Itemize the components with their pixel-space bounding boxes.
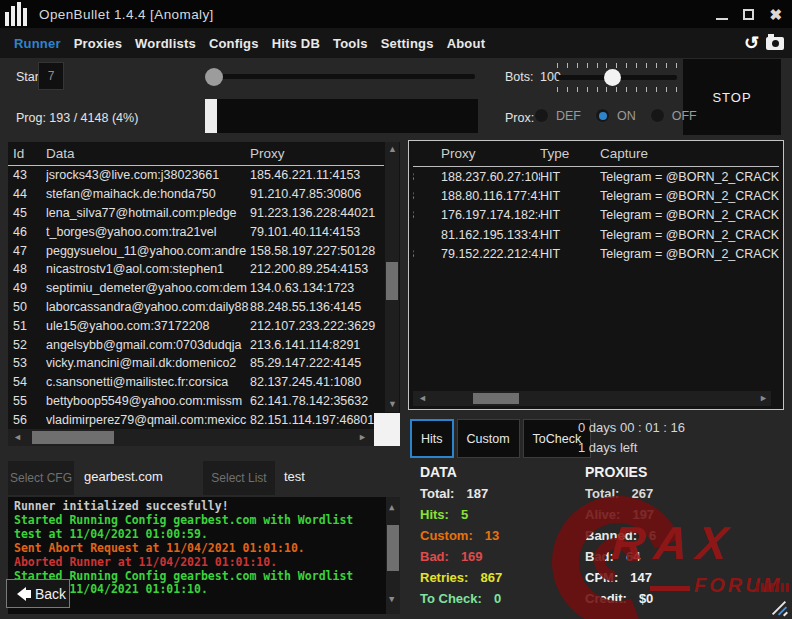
table-row[interactable]: 47 peggysuelou_11@yahoo.com:andre 158.58… [8, 241, 384, 260]
radio-icon [595, 108, 610, 123]
stat-value: 197 [632, 507, 654, 522]
table-row[interactable]: 50 laborcassandra@yahoo.com:daily88 88.2… [8, 298, 384, 317]
results-vscrollbar-thumb[interactable] [386, 262, 398, 300]
menu-item[interactable]: Wordlists [135, 36, 196, 51]
table-row[interactable]: 3 188.80.116.177:4153 HIT Telegram = @BO… [413, 186, 779, 205]
watermark-dashes [756, 583, 789, 592]
scrollbar-corner [374, 413, 400, 446]
menu-item[interactable]: Runner [14, 36, 61, 51]
start-slider-thumb[interactable] [205, 68, 223, 86]
radio-selected-dot [599, 112, 607, 120]
cell-data: vicky.mancini@mail.dk:domenico2 [46, 356, 250, 370]
cell-data: peggysuelou_11@yahoo.com:andre [46, 244, 250, 258]
table-row[interactable]: 49 septimiu_demeter@yahoo.com:dem 134.0.… [8, 279, 384, 298]
log-vscrollbar-thumb[interactable] [387, 525, 399, 571]
cell-data: ule15@yahoo.com:37172208 [46, 319, 250, 333]
cell-type: HIT [540, 208, 600, 222]
table-row[interactable]: 52 angelsybb@gmail.com:0703dudqja 213.6.… [8, 335, 384, 354]
log-line: Sent Abort Request at 11/04/2021 01:01:1… [8, 542, 400, 556]
resize-grip-icon[interactable] [770, 597, 790, 617]
table-row[interactable]: 43 jsrocks43@live.com:j38023661 185.46.2… [8, 166, 384, 185]
cell-data: nicastrostv1@aol.com:stephen1 [46, 262, 250, 276]
bots-slider-thumb[interactable] [604, 69, 621, 86]
close-button[interactable]: ✖ [769, 7, 782, 22]
cell-proxy: 88.248.55.136:4145 [250, 300, 380, 314]
table-row[interactable]: 53 vicky.mancini@mail.dk:domenico2 85.29… [8, 354, 384, 373]
minimize-icon [716, 18, 728, 20]
tab-label: Custom [467, 432, 510, 446]
cell-capture: Telegram = @BORN_2_CRACK [600, 170, 779, 184]
stat-label: Bad: [420, 549, 449, 564]
history-clock-icon[interactable]: ↺ [744, 34, 759, 52]
table-row[interactable]: 3 79.152.222.212:4145 HIT Telegram = @BO… [413, 245, 779, 264]
results-table-header: Id Data Proxy [8, 142, 384, 166]
cell-data: bettyboop5549@yahoo.com:missm [46, 394, 250, 408]
start-input[interactable] [38, 62, 64, 90]
table-row[interactable]: 55 bettyboop5549@yahoo.com:missm 62.141.… [8, 392, 384, 411]
scroll-right-icon[interactable]: ► [358, 433, 367, 442]
stat-label: CPM: [585, 570, 618, 585]
table-row[interactable]: 48 nicastrostv1@aol.com:stephen1 212.200… [8, 260, 384, 279]
table-row[interactable]: 51 ule15@yahoo.com:37172208 212.107.233.… [8, 316, 384, 335]
data-stats-title: DATA [420, 464, 457, 480]
hits-hscrollbar[interactable] [413, 391, 771, 406]
table-row[interactable]: 54 c.sansonetti@mailistec.fr:corsica 82.… [8, 373, 384, 392]
table-row[interactable]: 46 t_borges@yahoo.com:tra21vel 79.101.40… [8, 222, 384, 241]
table-row[interactable]: 3 176.197.174.182:414 HIT Telegram = @BO… [413, 206, 779, 225]
cell-proxy: 134.0.63.134:1723 [250, 281, 380, 295]
menu-item[interactable]: Configs [209, 36, 259, 51]
scroll-left-icon[interactable]: ◄ [13, 433, 22, 442]
results-hscrollbar-thumb[interactable] [32, 431, 114, 444]
back-arrow-icon [10, 587, 31, 601]
table-row[interactable]: 56 vladimirperez79@qmail.com:mexicc 82.1… [8, 410, 384, 429]
table-row[interactable]: 81.162.195.133:4153 HIT Telegram = @BORN… [413, 225, 779, 244]
scroll-down-icon[interactable]: ▼ [388, 400, 397, 409]
menu-item[interactable]: Hits DB [272, 36, 320, 51]
menu-item[interactable]: Tools [333, 36, 368, 51]
tab[interactable]: Custom [457, 419, 520, 458]
column-data: Data [46, 146, 250, 161]
cell-proxy: 79.152.222.212:4145 [420, 247, 540, 261]
minimize-button[interactable] [716, 9, 728, 20]
stat-value: 64 [626, 549, 640, 564]
table-row[interactable]: 3 188.237.60.27:1080 HIT Telegram = @BOR… [413, 167, 779, 186]
scroll-down-icon[interactable]: ▼ [389, 595, 394, 604]
cell-type: HIT [540, 247, 600, 261]
column-id: Id [8, 146, 46, 161]
menu-item[interactable]: Proxies [74, 36, 122, 51]
days-left: 1 days left [578, 440, 637, 455]
stat-row: Total:187 [420, 486, 502, 501]
select-list-button[interactable]: Select List [203, 461, 275, 495]
stat-row: Banned:6 [585, 528, 656, 543]
table-row[interactable]: 44 stefan@maihack.de:honda750 91.210.47.… [8, 185, 384, 204]
stop-button[interactable]: STOP [683, 59, 781, 135]
select-cfg-button[interactable]: Select CFG [8, 461, 74, 495]
prox-radio-option[interactable]: DEF [534, 108, 581, 123]
tab[interactable]: Hits [410, 419, 454, 458]
stat-row: Bad:64 [585, 549, 656, 564]
radio-label: ON [617, 109, 636, 123]
radio-label: DEF [556, 109, 581, 123]
column-capture: Capture [600, 146, 779, 161]
cell-type: HIT [540, 228, 600, 242]
scroll-left-icon[interactable]: ◄ [418, 394, 427, 403]
menu-item[interactable]: Settings [381, 36, 434, 51]
menu-item[interactable]: About [447, 36, 486, 51]
prox-label: Prox: [505, 111, 534, 125]
start-slider[interactable] [205, 74, 475, 79]
maximize-button[interactable] [743, 9, 754, 20]
back-button[interactable]: Back [6, 579, 70, 608]
hits-tabs: Hits Custom ToCheck [410, 419, 591, 458]
scroll-up-icon[interactable]: ▲ [388, 145, 397, 154]
scroll-right-icon[interactable]: ► [759, 394, 768, 403]
hits-panel: Proxy Type Capture 3 188.237.60.27:1080 … [408, 140, 784, 410]
stat-row: CPM:147 [585, 570, 656, 585]
table-row[interactable]: 45 lena_silva77@hotmail.com:pledge 91.22… [8, 204, 384, 223]
prox-radio-option[interactable]: ON [595, 108, 636, 123]
hits-hscrollbar-thumb[interactable] [473, 393, 519, 404]
prox-radio-option[interactable]: OFF [650, 108, 697, 123]
camera-icon[interactable] [766, 37, 784, 50]
cell-capture: Telegram = @BORN_2_CRACK [600, 247, 779, 261]
cell-proxy: 79.101.40.114:4153 [250, 225, 380, 239]
scroll-up-icon[interactable]: ▲ [389, 503, 394, 512]
